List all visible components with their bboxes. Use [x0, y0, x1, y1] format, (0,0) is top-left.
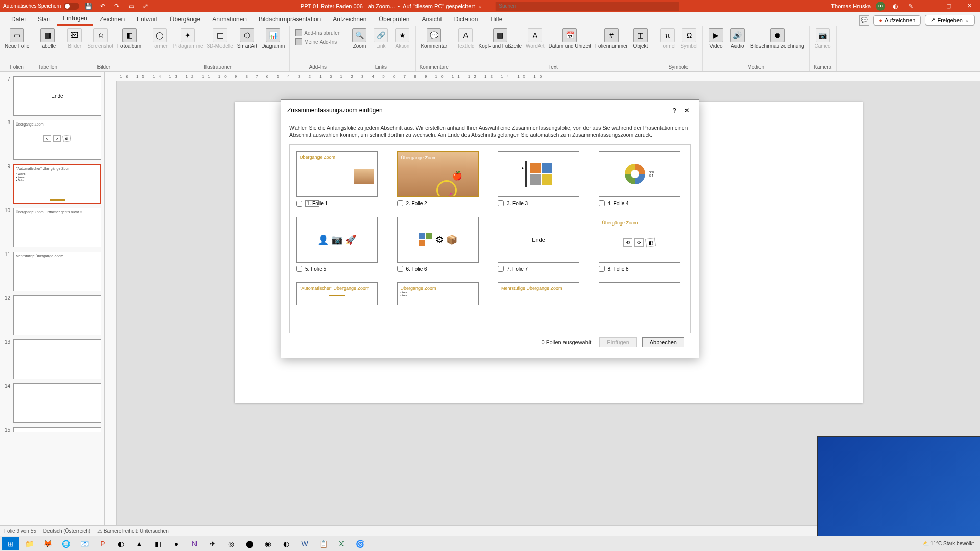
- task-app4-icon[interactable]: ◎: [223, 537, 240, 550]
- slide-8-checkbox[interactable]: [599, 266, 605, 272]
- photoalbum-button[interactable]: ◧Fotoalbum: [116, 27, 143, 50]
- thumb-10[interactable]: 10Übergänge Zoom Einfacher geht's nicht …: [0, 206, 104, 249]
- close-button[interactable]: ✕: [962, 0, 977, 12]
- symbol-button[interactable]: ΩSymbol: [679, 27, 699, 50]
- task-obs-icon[interactable]: ⬤: [241, 537, 258, 550]
- thumb-14[interactable]: 14: [0, 381, 104, 425]
- task-vlc-icon[interactable]: ▲: [131, 537, 148, 550]
- link-button[interactable]: 🔗Link: [371, 27, 391, 50]
- screen-recording-button[interactable]: ⏺Bildschirmaufzeichnung: [749, 27, 806, 50]
- weather-widget[interactable]: ⛅ 11°C Stark bewölkt: [923, 541, 974, 546]
- grid-slide-1[interactable]: Übergänge Zoom 1. Folie 1: [296, 151, 382, 207]
- slide-5-checkbox[interactable]: [296, 266, 302, 272]
- wordart-button[interactable]: AWordArt: [524, 27, 546, 50]
- task-edge-icon[interactable]: 🌀: [351, 537, 369, 550]
- accessibility-status[interactable]: ⚠ Barrierefreiheit: Untersuchen: [97, 528, 169, 534]
- grid-slide-11[interactable]: Mehrstufige Übergänge Zoom: [498, 282, 583, 305]
- tab-aufzeichnen[interactable]: Aufzeichnen: [327, 13, 373, 26]
- tab-entwurf[interactable]: Entwurf: [131, 13, 164, 26]
- thumb-12[interactable]: 12: [0, 293, 104, 337]
- chart-button[interactable]: 📊Diagramm: [260, 27, 286, 50]
- audio-button[interactable]: 🔊Audio: [727, 27, 748, 50]
- task-app-icon[interactable]: ◐: [112, 537, 130, 550]
- comment-button[interactable]: 💬Kommentar: [419, 27, 449, 50]
- tab-hilfe[interactable]: Hilfe: [484, 13, 508, 26]
- header-footer-button[interactable]: ▤Kopf- und Fußzeile: [477, 27, 524, 50]
- tab-zeichnen[interactable]: Zeichnen: [93, 13, 131, 26]
- tab-animationen[interactable]: Animationen: [206, 13, 253, 26]
- get-addins-button[interactable]: Add-Ins abrufen: [295, 29, 340, 36]
- grid-slide-5[interactable]: 👤 📷 🚀 5. Folie 5: [296, 217, 382, 272]
- tab-ueberpruefen[interactable]: Überprüfen: [373, 13, 415, 26]
- grid-slide-7[interactable]: Ende 7. Folie 7: [498, 217, 583, 272]
- draw-icon[interactable]: ✎: [905, 1, 916, 11]
- thumb-13[interactable]: 13: [0, 337, 104, 381]
- smartart-button[interactable]: ⬡SmartArt: [236, 27, 259, 50]
- tab-datei[interactable]: Datei: [5, 13, 32, 26]
- task-app6-icon[interactable]: ◐: [278, 537, 295, 550]
- maximize-button[interactable]: ▢: [941, 0, 957, 12]
- grid-slide-4[interactable]: S WO T 4. Folie 4: [599, 151, 684, 207]
- task-explorer-icon[interactable]: 📁: [20, 537, 38, 550]
- undo-icon[interactable]: ↶: [97, 1, 108, 11]
- slidenumber-button[interactable]: #Foliennummer: [594, 27, 629, 50]
- tab-dictation[interactable]: Dictation: [448, 13, 484, 26]
- new-slide-button[interactable]: ▭Neue Folie: [3, 27, 31, 50]
- task-excel-icon[interactable]: X: [333, 537, 350, 550]
- shapes-button[interactable]: ◯Formen: [150, 27, 170, 50]
- task-firefox-icon[interactable]: 🦊: [39, 537, 56, 550]
- equation-button[interactable]: πFormel: [657, 27, 678, 50]
- record-button[interactable]: ●Aufzeichnen: [873, 15, 921, 26]
- 3d-button[interactable]: ◫3D-Modelle: [206, 27, 235, 50]
- grid-slide-6[interactable]: ⚙ 📦 6. Folie 6: [397, 217, 483, 272]
- grid-slide-9[interactable]: "Automatischer" Übergänge Zoom: [296, 282, 382, 305]
- images-button[interactable]: 🖼Bilder: [64, 27, 85, 50]
- task-app5-icon[interactable]: ◉: [259, 537, 277, 550]
- textbox-button[interactable]: ATextfeld: [455, 27, 476, 50]
- slide-6-checkbox[interactable]: [397, 266, 403, 272]
- task-app2-icon[interactable]: ◧: [149, 537, 166, 550]
- language-status[interactable]: Deutsch (Österreich): [43, 528, 90, 534]
- comments-button[interactable]: 💬: [859, 15, 869, 26]
- grid-slide-12[interactable]: [599, 282, 684, 305]
- task-word-icon[interactable]: W: [296, 537, 313, 550]
- minimize-button[interactable]: —: [921, 0, 936, 12]
- tab-ansicht[interactable]: Ansicht: [415, 13, 448, 26]
- touch-mode-icon[interactable]: ⤢: [140, 1, 151, 11]
- slide-counter[interactable]: Folie 9 von 55: [4, 528, 36, 534]
- task-telegram-icon[interactable]: ✈: [204, 537, 222, 550]
- dialog-help-button[interactable]: ?: [668, 104, 680, 116]
- action-button[interactable]: ★Aktion: [392, 27, 412, 50]
- tab-einfuegen[interactable]: Einfügen: [57, 12, 93, 26]
- slide-3-checkbox[interactable]: [498, 200, 504, 206]
- thumb-9[interactable]: 9"Automatischer" Übergänge Zoom• Lorem• …: [0, 162, 104, 206]
- object-button[interactable]: ◫Objekt: [630, 27, 651, 50]
- thumb-15[interactable]: 15: [0, 425, 104, 435]
- grid-slide-8[interactable]: Übergänge Zoom⟲⟳◧ 8. Folie 8: [599, 217, 684, 272]
- my-addins-button[interactable]: Meine Add-Ins: [295, 38, 340, 45]
- tab-start[interactable]: Start: [32, 13, 57, 26]
- search-input[interactable]: [496, 2, 679, 11]
- task-powerpoint-icon[interactable]: P: [94, 537, 111, 550]
- thumb-8[interactable]: 8Übergänge Zoom⟲⟳◧: [0, 118, 104, 162]
- from-beginning-icon[interactable]: ▭: [126, 1, 136, 11]
- tab-uebergaenge[interactable]: Übergänge: [164, 13, 206, 26]
- task-outlook-icon[interactable]: 📧: [76, 537, 93, 550]
- thumb-7[interactable]: 7Ende: [0, 74, 104, 118]
- task-chrome-icon[interactable]: 🌐: [57, 537, 75, 550]
- slide-2-checkbox[interactable]: [397, 200, 403, 206]
- save-icon[interactable]: 💾: [83, 1, 93, 11]
- slide-picker-grid[interactable]: Übergänge Zoom 1. Folie 1 Übergänge Zoom…: [289, 144, 691, 333]
- cameo-button[interactable]: 📷Cameo: [813, 27, 833, 50]
- slide-7-checkbox[interactable]: [498, 266, 504, 272]
- coming-soon-icon[interactable]: ◐: [890, 1, 900, 11]
- tab-bildschirm[interactable]: Bildschirmpräsentation: [253, 13, 327, 26]
- redo-icon[interactable]: ↷: [112, 1, 122, 11]
- task-app7-icon[interactable]: 📋: [314, 537, 332, 550]
- share-button[interactable]: ↗Freigeben⌄: [925, 15, 975, 26]
- screenshot-button[interactable]: ⎙Screenshot: [86, 27, 115, 50]
- video-button[interactable]: ▶Video: [706, 27, 726, 50]
- zoom-button[interactable]: 🔍Zoom: [349, 27, 370, 50]
- slide-4-checkbox[interactable]: [599, 200, 605, 206]
- cancel-button[interactable]: Abbrechen: [642, 337, 684, 347]
